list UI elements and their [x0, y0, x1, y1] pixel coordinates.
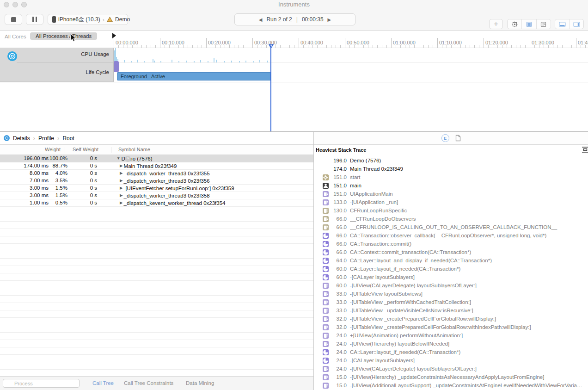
frame-weight: 33.0	[326, 299, 347, 305]
stack-frame[interactable]: 60.0 -[CALayer layoutSublayers]	[314, 273, 588, 282]
extended-detail-icon[interactable]: E	[441, 134, 449, 142]
collapse-stack-icon[interactable]	[582, 146, 588, 153]
disclosure-triangle-icon[interactable]: ▶	[120, 163, 123, 168]
frame-weight: 15.0	[326, 383, 347, 388]
stack-frame[interactable]: 24.0 +[UIView(Animation) performWithoutA…	[314, 332, 588, 340]
stack-frame[interactable]: 24.0 -[UIView(Hierarchy) layoutBelowIfNe…	[314, 340, 588, 348]
table-row[interactable]: 8.00 ms 4.0% 0 s ▶_dispatch_worker_threa…	[0, 170, 313, 177]
run-divider: |	[296, 16, 298, 23]
stack-frame[interactable]: 66.0 __CFRUNLOOP_IS_CALLING_OUT_TO_AN_OB…	[314, 223, 588, 232]
frame-weight: 32.0	[326, 324, 347, 330]
device-name: iPhone6金 (10.3)	[58, 16, 100, 24]
description-document-icon[interactable]	[455, 135, 461, 142]
table-row[interactable]: 174.00 ms 88.7% 0 s ▶Main Thread 0x23f34…	[0, 162, 313, 170]
instruments-strategy-button[interactable]	[522, 19, 536, 29]
toggle-detail-pane-button[interactable]	[555, 19, 570, 29]
stack-frame[interactable]: 66.0 __CFRunLoopDoObservers	[314, 215, 588, 223]
lane-separator	[114, 62, 588, 63]
table-row[interactable]: 1.00 ms 0.5% 0 s ▶_dispatch_kevent_worke…	[0, 199, 313, 207]
stack-frame[interactable]: 174.0 Main Thread 0x23f349	[314, 165, 588, 173]
timeline-ruler[interactable]: 00:00.00000:10.00000:20.00000:30.00000:4…	[0, 37, 588, 48]
stack-frame[interactable]: 151.0 main	[314, 182, 588, 190]
self-weight: 0 s	[78, 192, 97, 198]
disclosure-triangle-icon[interactable]: ▼	[116, 156, 120, 161]
stack-frame[interactable]: 151.0 start	[314, 173, 588, 182]
threads-strategy-button[interactable]	[537, 19, 551, 29]
self-weight: 0 s	[78, 178, 97, 183]
self-weight: 0 s	[78, 185, 97, 191]
weight-pct: 4.0%	[45, 170, 67, 176]
symbol-name: _dispatch_worker_thread3 0x23f358	[124, 193, 210, 198]
table-row[interactable]: 7.00 ms 3.5% 0 s ▶_dispatch_worker_threa…	[0, 177, 313, 185]
disclosure-triangle-icon[interactable]: ▶	[120, 193, 123, 198]
stack-frame[interactable]: 33.0 -[UITableView _performWithCachedTra…	[314, 298, 588, 307]
tab-data-mining[interactable]: Data Mining	[186, 380, 214, 386]
stack-frame[interactable]: 24.0 -[UIView(CALayerDelegate) layoutSub…	[314, 365, 588, 373]
stack-frame[interactable]: 24.0 -[CALayer layoutSublayers]	[314, 357, 588, 365]
stack-frame[interactable]: 133.0 -[UIApplication _run]	[314, 198, 588, 207]
symbol-name: Main Thread 0x23f349	[124, 163, 177, 169]
weight-pct: 3.5%	[45, 178, 67, 183]
time-profiler-track-header[interactable]: CPU Usage Life Cycle	[0, 48, 114, 82]
life-cycle-launch-span[interactable]	[114, 61, 119, 72]
frame-symbol: -[CALayer layoutSublayers]	[350, 274, 587, 280]
toggle-inspector-pane-button[interactable]	[570, 19, 583, 29]
tab-call-tree-constraints[interactable]: Call Tree Constraints	[124, 380, 173, 386]
stack-frame[interactable]: 15.0 -[UIView(Hierarchy) _updateConstrai…	[314, 373, 588, 382]
process-filter-input[interactable]	[3, 379, 80, 388]
stack-frame[interactable]: 32.0 -[UITableView _createPreparedCellFo…	[314, 323, 588, 332]
frame-weight: 66.0	[326, 249, 347, 255]
table-row[interactable]: 3.00 ms 1.5% 0 s ▶-[UIEventFetcher setup…	[0, 185, 313, 192]
column-self-weight[interactable]: Self Weight	[67, 147, 98, 152]
disclosure-triangle-icon[interactable]: ▶	[120, 186, 123, 190]
stack-frame[interactable]: 33.0 -[UITableView layoutSubviews]	[314, 290, 588, 298]
column-divider[interactable]	[111, 147, 111, 153]
breadcrumb-details[interactable]: Details	[13, 135, 30, 142]
filter-ruler-bar: All Cores All Processes / Threads 00:00.…	[0, 31, 588, 48]
stack-frame[interactable]: 15.0 -[UIView(AdditionalLayoutSupport) _…	[314, 382, 588, 390]
stack-frame[interactable]: 66.0 CA::Context::commit_transaction(CA:…	[314, 248, 588, 257]
pause-button[interactable]	[26, 14, 43, 25]
cpus-strategy-button[interactable]	[508, 19, 522, 29]
add-instrument-button[interactable]: +	[489, 19, 503, 29]
toolbar: iPhone6金 (10.3) › Demo ◀ Run 2 of 2 | 00…	[0, 9, 588, 31]
breadcrumb-root[interactable]: Root	[62, 135, 74, 142]
stop-recording-button[interactable]	[5, 14, 22, 25]
symbol-name: _dispatch_kevent_worker_thread 0x23f354	[124, 200, 226, 206]
column-symbol-name[interactable]: Symbol Name	[118, 147, 150, 152]
header-lane-separator	[17, 62, 113, 63]
column-weight[interactable]: Weight	[32, 147, 61, 152]
next-run-button[interactable]: ▶	[328, 17, 331, 22]
stack-frame[interactable]: 130.0 CFRunLoopRunSpecific	[314, 207, 588, 215]
stack-frame[interactable]: 66.0 CA::Transaction::observer_callback(…	[314, 232, 588, 240]
stack-frame[interactable]: 60.0 -[UIView(CALayerDelegate) layoutSub…	[314, 282, 588, 290]
previous-run-button[interactable]: ◀	[259, 17, 263, 22]
foreground-active-span[interactable]: Foreground - Active	[117, 72, 271, 80]
table-row[interactable]: 196.00 ms 100.0% 0 s ▼Demo (7576)	[0, 155, 313, 162]
stack-frame[interactable]: 33.0 -[UITableView _updateVisibleCellsNo…	[314, 307, 588, 315]
stack-frame[interactable]: 60.0 CA::Layer::layout_if_needed(CA::Tra…	[314, 265, 588, 273]
stack-frame[interactable]: 196.0 Demo (7576)	[314, 157, 588, 165]
table-row[interactable]: 3.00 ms 1.5% 0 s ▶_dispatch_worker_threa…	[0, 192, 313, 199]
track-area: Foreground - Active CPU Usage Life Cycle	[0, 48, 588, 131]
frame-weight: 32.0	[326, 316, 347, 322]
symbol-cell: ▶_dispatch_worker_thread3 0x23f356	[120, 178, 124, 183]
disclosure-triangle-icon[interactable]: ▶	[120, 171, 123, 175]
device-target-selector[interactable]: iPhone6金 (10.3) › Demo	[48, 14, 128, 25]
disclosure-triangle-icon[interactable]: ▶	[120, 178, 123, 183]
tab-call-tree[interactable]: Call Tree	[92, 380, 114, 386]
stack-frame[interactable]: 24.0 CA::Layer::layout_if_needed(CA::Tra…	[314, 348, 588, 357]
playhead-line	[270, 45, 271, 131]
inspector-toolbar: E	[314, 132, 588, 145]
stack-frame[interactable]: 32.0 -[UITableView _createPreparedCellFo…	[314, 315, 588, 323]
symbol-cell: ▼Demo (7576)	[116, 155, 121, 161]
cpu-chip-icon	[512, 21, 518, 27]
stack-frame[interactable]: 64.0 CA::Layer::layout_and_display_if_ne…	[314, 257, 588, 265]
stack-frame[interactable]: 151.0 UIApplicationMain	[314, 190, 588, 198]
column-divider[interactable]	[65, 147, 65, 153]
frame-symbol: Main Thread 0x23f349	[350, 166, 587, 172]
stack-frame[interactable]: 66.0 CA::Transaction::commit()	[314, 240, 588, 248]
disclosure-triangle-icon[interactable]: ▶	[120, 200, 123, 205]
frame-weight: 66.0	[326, 241, 347, 247]
breadcrumb-profile[interactable]: Profile	[38, 135, 54, 142]
